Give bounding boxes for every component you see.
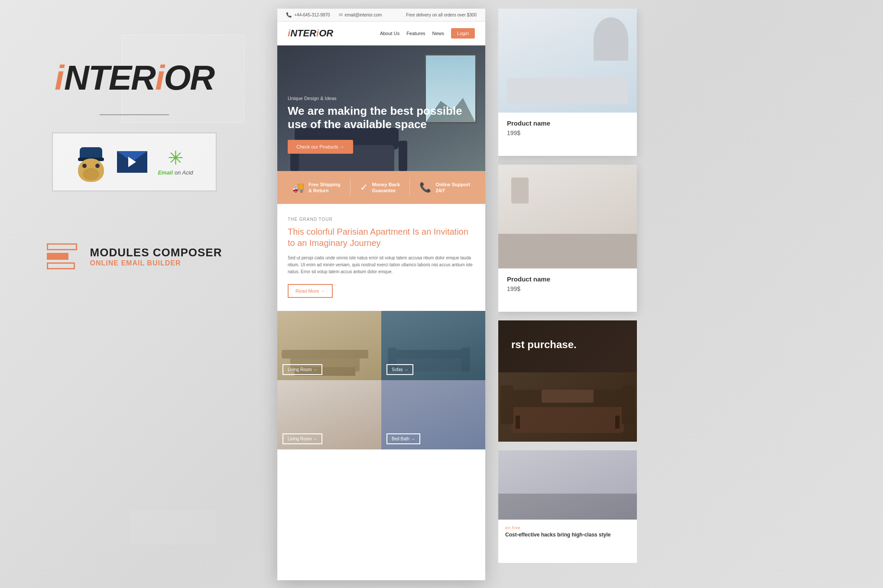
room-label-bedroom[interactable]: Living Room →: [282, 433, 322, 444]
room-label-living[interactable]: Living Room →: [282, 364, 322, 375]
room-label-bath[interactable]: Bed Bath →: [386, 433, 420, 444]
svg-rect-10: [622, 385, 635, 424]
room-label-sofas[interactable]: Sofas →: [386, 364, 413, 375]
brand-rest-text: NTERiOR: [64, 61, 214, 95]
svg-rect-13: [542, 390, 594, 403]
mail-icon: ✉: [339, 12, 343, 18]
shipping-text: Free Shipping & Return: [308, 181, 340, 194]
email-on-acid-icon: ✳ Email on Acid: [158, 149, 193, 176]
chimp-hat: [80, 147, 102, 158]
product-info-1: Product name 199$: [498, 113, 637, 143]
feature-support: 📞 Online Support 24/7: [419, 181, 470, 194]
nav-news[interactable]: News: [432, 31, 445, 36]
promo-card: rst purchase.: [498, 320, 637, 442]
moneyback-line1: Money Back: [372, 182, 400, 187]
moneyback-icon: ✓: [360, 182, 368, 193]
feature-shipping: 🚚 Free Shipping & Return: [292, 181, 340, 194]
acid-brand-label: Email on Acid: [158, 169, 193, 176]
email-nav: i NTERiOR About Us Features News Login: [277, 22, 485, 45]
product-price-1: 199$: [507, 129, 628, 136]
svg-rect-6: [461, 348, 470, 372]
room-item-living: Living Room →: [277, 311, 381, 380]
product-name-1: Product name: [507, 120, 628, 127]
module-bar-2: [47, 253, 68, 260]
modules-section: MODULES COMPOSER ONLINE EMAIL BUILDER: [47, 243, 222, 269]
left-panel: i NTERiOR ✳ Email on: [0, 0, 269, 588]
login-button[interactable]: Login: [451, 28, 475, 39]
modules-subtitle: ONLINE EMAIL BUILDER: [90, 259, 222, 267]
product-card-2: Product name 199$: [498, 165, 637, 312]
product-scene-2: [498, 165, 637, 268]
blog-card-image: [498, 450, 637, 520]
email-top-bar: 📞 +44-645-312-9870 ✉ email@interior.com …: [277, 9, 485, 22]
svg-rect-12: [615, 416, 620, 429]
product-card-1: Product name 199$: [498, 9, 637, 156]
feature-divider-1: [350, 179, 351, 196]
blog-card-content: en-free Cost-effective hacks bring high-…: [498, 520, 637, 544]
blog-card-title: Cost-effective hacks bring high-class st…: [505, 532, 630, 538]
chimp-face: [78, 158, 104, 182]
hero-section: Unique Design & Ideas We are making the …: [277, 45, 485, 171]
support-text: Online Support 24/7: [435, 181, 470, 194]
brand-logo-large: i NTERiOR: [55, 61, 214, 95]
acid-splat: ✳: [168, 149, 184, 168]
top-bar-left: 📞 +44-645-312-9870 ✉ email@interior.com: [286, 12, 382, 18]
nav-links: About Us Features News Login: [380, 28, 475, 39]
feature-moneyback: ✓ Money Back Guarantee: [360, 181, 400, 194]
svg-rect-9: [500, 385, 513, 424]
module-bar-1: [47, 243, 77, 250]
room-item-sofas: Sofas →: [381, 311, 485, 380]
support-icon: 📞: [419, 182, 431, 193]
email-brand: i NTERiOR: [288, 28, 333, 39]
promo-sofa-bg: [498, 372, 637, 442]
article-body: Sed ut perspi ciatis unde omnis iste nat…: [288, 255, 475, 275]
article-category: THE GRAND TOUR: [288, 217, 475, 222]
nav-about[interactable]: About Us: [380, 31, 399, 36]
product-price-2: 199$: [507, 285, 628, 292]
feature-divider-2: [409, 179, 410, 196]
product-scene-1: [498, 9, 637, 113]
hero-content: Unique Design & Ideas We are making the …: [288, 96, 475, 154]
mailchimp-icon: [75, 146, 107, 178]
nav-brand-r: i: [316, 28, 319, 39]
svg-rect-1: [282, 350, 368, 359]
article-title: This colorful Parisian Apartment Is an I…: [288, 226, 475, 249]
moneyback-line2: Guarantee: [372, 188, 396, 193]
brand-i-letter: i: [55, 61, 64, 95]
room-grid: Living Room → Sofas → Living Room → Bed …: [277, 311, 485, 449]
moneyback-text: Money Back Guarantee: [372, 181, 400, 194]
right-panel: Product name 199$ Product name 199$: [498, 9, 871, 580]
nav-features[interactable]: Features: [406, 31, 425, 36]
modules-text: MODULES COMPOSER ONLINE EMAIL BUILDER: [90, 246, 222, 267]
campaign-monitor-icon: [117, 151, 147, 173]
brand-divider: [100, 114, 169, 115]
product-name-2: Product name: [507, 275, 628, 283]
blog-card-tag: en-free: [505, 526, 630, 530]
svg-rect-4: [390, 350, 468, 359]
shipping-icon: 🚚: [292, 182, 304, 193]
product-info-2: Product name 199$: [498, 268, 637, 299]
promo-text: rst purchase.: [511, 338, 628, 351]
email-item: ✉ email@interior.com: [339, 12, 382, 18]
modules-icon-stack: [47, 243, 77, 269]
nav-brand-rest: NTERiOR: [290, 28, 333, 39]
phone-icon: 📞: [286, 12, 292, 18]
hero-title: We are making the best possible use of t…: [288, 104, 475, 131]
phone-number: +44-645-312-9870: [294, 13, 330, 17]
email-preview: 📞 +44-645-312-9870 ✉ email@interior.com …: [277, 9, 485, 580]
module-bar-3: [47, 262, 75, 269]
product-image-1: [498, 9, 637, 113]
hero-cta-button[interactable]: Check our Products →: [288, 140, 353, 154]
blog-card-image-container: [498, 450, 637, 520]
features-bar: 🚚 Free Shipping & Return ✓ Money Back Gu…: [277, 171, 485, 204]
promo-label: rst purchase.: [511, 339, 577, 350]
free-delivery-text: Free delivery on all orders over $300: [406, 13, 477, 17]
shipping-line1: Free Shipping: [308, 182, 340, 187]
phone-item: 📞 +44-645-312-9870: [286, 12, 330, 18]
svg-rect-11: [516, 416, 520, 429]
article-section: THE GRAND TOUR This colorful Parisian Ap…: [277, 204, 485, 311]
read-more-button[interactable]: Read More →: [288, 284, 333, 298]
support-line2: 24/7: [435, 188, 445, 193]
brand-r-letter: i: [155, 58, 164, 97]
room-item-bedroom: Living Room →: [277, 380, 381, 449]
